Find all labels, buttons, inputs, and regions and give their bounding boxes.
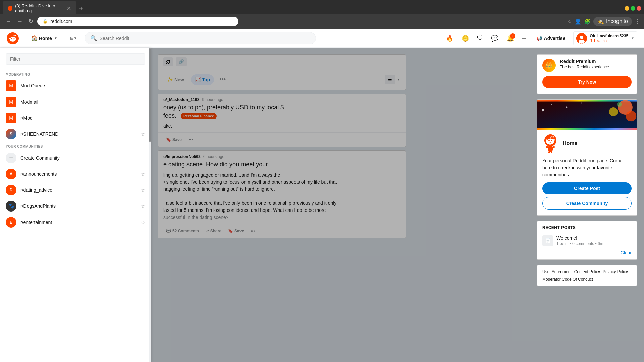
profile-icon[interactable]: 👤 (575, 18, 581, 25)
community-expand-button[interactable]: ⊞ ▼ (68, 34, 79, 43)
privacy-policy-link[interactable]: Privacy Policy (603, 269, 628, 274)
url-text: reddit.com (50, 19, 72, 24)
community-dropdown-panel: MODERATING M Mod Queue M Modmail M r/Mod… (0, 48, 151, 362)
new-tab-button[interactable]: + (76, 3, 86, 14)
entertainment-item[interactable]: E r/entertainment ☆ (0, 214, 151, 230)
sheena-star-icon[interactable]: ☆ (141, 131, 145, 137)
svg-point-8 (609, 107, 618, 116)
browser-actions: ☆ 👤 🧩 🕵 Incognito ⋮ (567, 17, 640, 26)
grid-icon: ⊞ (70, 36, 74, 41)
create-post-button[interactable]: Create Post (542, 182, 632, 194)
your-communities-label: YOUR COMMUNITIES (0, 142, 151, 150)
tab-title: (3) Reddit - Dive into anything (15, 3, 63, 13)
shield-icon-button[interactable]: 🛡 (475, 33, 485, 44)
announcements-star-icon[interactable]: ☆ (141, 171, 145, 177)
svg-point-12 (551, 104, 552, 105)
sheenatrend-label: r/SHEENATREND (20, 131, 58, 137)
create-community-label: Create Community (20, 155, 60, 161)
entertainment-star-icon[interactable]: ☆ (141, 219, 145, 226)
search-icon: 🔍 (90, 35, 97, 41)
svg-rect-22 (551, 151, 552, 153)
chat-icon-button[interactable]: 💬 (489, 33, 500, 44)
close-button[interactable] (637, 6, 641, 11)
main-layout: MODERATING M Mod Queue M Modmail M r/Mod… (0, 48, 644, 362)
dating-star-icon[interactable]: ☆ (141, 187, 145, 193)
modmail-item[interactable]: M Modmail (0, 94, 151, 110)
search-input[interactable] (100, 36, 310, 41)
community-selector-icon: ▼ (54, 36, 57, 40)
create-community-item[interactable]: + Create Community (0, 150, 151, 166)
reddit-logo[interactable] (7, 32, 21, 44)
address-bar[interactable]: 🔒 reddit.com (37, 17, 238, 26)
header-actions: 🔥 🪙 🛡 💬 🔔 3 + 📢 Advertise Ok_Lawfulness5… (444, 31, 637, 45)
create-community-button[interactable]: Create Community (542, 197, 632, 210)
clear-button[interactable]: Clear (621, 250, 632, 255)
home-card-title: Home (562, 140, 577, 146)
coins-icon-button[interactable]: 🪙 (460, 33, 471, 44)
tab-favicon: r (8, 6, 12, 11)
advertise-button[interactable]: 📢 Advertise (532, 34, 570, 43)
incognito-icon: 🕵 (597, 18, 604, 25)
user-agreement-link[interactable]: User Agreement (542, 269, 572, 274)
dating-advice-label: r/dating_advice (20, 187, 52, 193)
try-now-button[interactable]: Try Now (542, 76, 632, 88)
svg-point-14 (581, 102, 582, 104)
moderating-section-label: MODERATING (0, 70, 151, 78)
browser-tab-bar: r (3) Reddit - Dive into anything ✕ + (0, 0, 644, 14)
sheenatrend-item[interactable]: S r/SHEENATREND ☆ (0, 126, 151, 142)
footer-links: User Agreement Content Policy Privacy Po… (537, 265, 637, 286)
search-bar[interactable]: 🔍 (85, 32, 316, 44)
notification-badge: 3 (510, 33, 515, 39)
extensions-icon[interactable]: 🧩 (584, 18, 591, 25)
recent-post-item[interactable]: 📄 Welcome! 1 point • 0 comments • 6m (537, 233, 637, 249)
dogs-plants-item[interactable]: 🐾 r/DogsAndPlants ☆ (0, 198, 151, 214)
maximize-button[interactable] (631, 6, 635, 11)
svg-point-2 (14, 38, 15, 39)
username: Ok_Lawfulness5235 (590, 34, 628, 38)
add-community-icon: + (6, 153, 16, 163)
premium-title: Reddit Premium (560, 59, 609, 64)
active-tab[interactable]: r (3) Reddit - Dive into anything ✕ (3, 1, 76, 16)
svg-point-10 (617, 102, 622, 107)
karma-value: 1 karma (593, 39, 607, 43)
content-policy-link[interactable]: Content Policy (574, 269, 600, 274)
reddit-header: 🏠 Home ▼ ⊞ ▼ 🔍 🔥 🪙 🛡 💬 🔔 3 + 📢 Advertise (0, 29, 644, 48)
dating-icon: D (6, 185, 16, 195)
home-nav-button[interactable]: 🏠 Home ▼ (27, 33, 61, 43)
rmod-icon: M (6, 113, 16, 123)
recent-post-meta: 1 point • 0 comments • 6m (556, 241, 603, 246)
svg-rect-21 (548, 151, 550, 153)
bookmark-icon[interactable]: ☆ (567, 18, 572, 25)
home-card: Home Your personal Reddit frontpage. Com… (537, 99, 637, 216)
tab-close-button[interactable]: ✕ (67, 5, 71, 12)
dating-advice-item[interactable]: D r/dating_advice ☆ (0, 182, 151, 198)
reddit-snoo-icon (7, 32, 19, 44)
moderator-code-link[interactable]: Moderator Code Of Conduct (542, 277, 593, 282)
recent-posts-title: RECENT POSTS (537, 221, 637, 233)
user-info: Ok_Lawfulness5235 ⬆ 1 karma (590, 34, 628, 43)
recent-post-title: Welcome! (556, 235, 603, 241)
user-menu-chevron: ▼ (631, 36, 634, 40)
rmod-item[interactable]: M r/Mod (0, 110, 151, 126)
mod-queue-item[interactable]: M Mod Queue (0, 78, 151, 94)
home-icon: 🏠 (31, 35, 38, 41)
popular-icon-button[interactable]: 🔥 (444, 33, 455, 44)
entertainment-label: r/entertainment (20, 220, 52, 225)
add-button[interactable]: + (520, 32, 528, 45)
refresh-button[interactable]: ↻ (27, 16, 35, 26)
dogs-star-icon[interactable]: ☆ (141, 203, 145, 209)
advertise-label: Advertise (544, 36, 566, 41)
back-button[interactable]: ← (4, 17, 13, 26)
modmail-label: Modmail (20, 99, 38, 105)
forward-button[interactable]: → (15, 17, 24, 26)
announcements-item[interactable]: A r/announcements ☆ (0, 166, 151, 182)
dogs-icon: 🐾 (6, 201, 16, 212)
minimize-button[interactable] (625, 6, 629, 11)
premium-header: 👑 Reddit Premium The best Reddit experie… (537, 55, 637, 76)
mod-queue-label: Mod Queue (20, 83, 45, 88)
user-menu[interactable]: Ok_Lawfulness5235 ⬆ 1 karma ▼ (573, 31, 637, 45)
more-icon[interactable]: ⋮ (635, 18, 640, 25)
filter-input[interactable] (6, 53, 145, 65)
notifications-button[interactable]: 🔔 3 (504, 33, 516, 44)
announcements-label: r/announcements (20, 171, 57, 177)
